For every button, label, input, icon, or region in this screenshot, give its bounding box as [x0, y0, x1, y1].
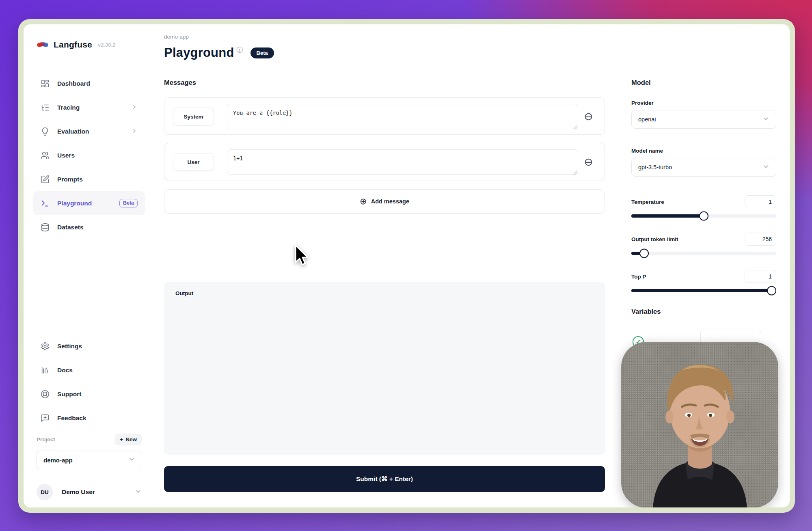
output-panel: Output — [164, 282, 605, 455]
chevron-down-icon — [762, 163, 769, 172]
temperature-label: Temperature — [631, 199, 664, 205]
message-row-system: System You are a {{role}} ⊖ — [164, 97, 605, 135]
info-icon[interactable]: ⓘ — [237, 46, 243, 54]
project-select-value: demo-app — [43, 457, 73, 464]
langfuse-logo-icon — [37, 40, 49, 50]
presenter-portrait — [621, 342, 778, 507]
webcam-overlay — [621, 342, 778, 507]
message-content-input[interactable]: You are a {{role}} — [227, 104, 578, 129]
messages-heading: Messages — [164, 79, 196, 86]
sidebar-item-label: Settings — [57, 343, 82, 350]
users-icon — [41, 151, 50, 160]
langfuse-app: Langfuse v2.30.2 Dashboard Tracing — [24, 24, 790, 507]
model-name-value: gpt-3.5-turbo — [638, 164, 672, 171]
sidebar-item-dashboard[interactable]: Dashboard — [33, 71, 145, 95]
provider-select[interactable]: openai — [631, 110, 776, 129]
sidebar-item-datasets[interactable]: Datasets — [33, 215, 145, 239]
sidebar-item-label: Dashboard — [57, 80, 90, 87]
pen-square-icon — [41, 175, 50, 184]
temperature-value-input[interactable]: 1 — [745, 195, 776, 208]
user-menu[interactable]: DU Demo User — [37, 484, 142, 500]
logo[interactable]: Langfuse v2.30.2 — [37, 40, 115, 50]
slider-handle[interactable] — [699, 212, 708, 221]
list-tree-icon — [41, 103, 50, 112]
version-label: v2.30.2 — [98, 42, 115, 48]
project-label: Project — [37, 436, 55, 442]
sidebar-item-prompts[interactable]: Prompts — [33, 167, 145, 191]
temperature-param: Temperature 1 — [631, 195, 776, 218]
beta-badge: Beta — [119, 199, 138, 207]
message-row-user: User 1+1 ⊖ — [164, 143, 605, 180]
secondary-nav: Settings Docs Support Feedback — [24, 334, 155, 430]
output-label: Output — [175, 290, 193, 296]
sidebar-item-label: Prompts — [57, 176, 83, 183]
sidebar-item-feedback[interactable]: Feedback — [33, 406, 145, 430]
top-p-param: Top P 1 — [631, 270, 776, 292]
role-selector[interactable]: System — [173, 108, 214, 125]
slider-handle[interactable] — [639, 249, 649, 258]
top-p-label: Top P — [631, 274, 646, 280]
database-icon — [41, 223, 50, 232]
lifebuoy-icon — [41, 390, 50, 399]
top-p-slider[interactable] — [631, 289, 776, 292]
sidebar-item-tracing[interactable]: Tracing — [33, 95, 145, 119]
sidebar-item-label: Support — [57, 391, 81, 398]
lightbulb-icon — [41, 127, 50, 136]
breadcrumb[interactable]: demo-app — [164, 34, 189, 40]
add-message-button[interactable]: ⊕ Add message — [164, 189, 605, 214]
slider-handle[interactable] — [767, 286, 776, 296]
resize-handle[interactable] — [573, 169, 603, 179]
message-plus-icon — [41, 414, 50, 423]
chevron-down-icon — [135, 488, 142, 496]
model-name-select[interactable]: gpt-3.5-turbo — [631, 158, 776, 177]
sidebar-item-label: Datasets — [57, 224, 84, 231]
app-window: Langfuse v2.30.2 Dashboard Tracing — [18, 19, 795, 513]
project-select[interactable]: demo-app — [37, 451, 142, 469]
new-project-button[interactable]: + New — [115, 434, 142, 445]
brand-name: Langfuse — [54, 40, 92, 50]
plus-icon: + — [120, 436, 123, 442]
avatar: DU — [37, 484, 53, 500]
message-content-input[interactable]: 1+1 — [227, 149, 578, 175]
provider-label: Provider — [631, 100, 654, 106]
resize-handle[interactable] — [573, 124, 603, 133]
sidebar-item-support[interactable]: Support — [33, 382, 145, 406]
output-token-limit-value-input[interactable]: 256 — [745, 233, 776, 246]
sidebar: Langfuse v2.30.2 Dashboard Tracing — [24, 24, 155, 507]
sidebar-item-users[interactable]: Users — [33, 143, 145, 167]
add-circle-icon: ⊕ — [360, 196, 367, 206]
role-selector[interactable]: User — [173, 153, 214, 171]
sidebar-item-playground[interactable]: Playground Beta — [33, 191, 145, 215]
sidebar-item-label: Tracing — [57, 104, 80, 111]
chevron-right-icon — [131, 127, 138, 136]
remove-message-button[interactable]: ⊖ — [583, 111, 594, 122]
chevron-down-icon — [128, 456, 135, 464]
output-token-limit-param: Output token limit 256 — [631, 233, 776, 255]
sidebar-item-settings[interactable]: Settings — [33, 334, 145, 358]
sidebar-item-label: Docs — [57, 367, 73, 374]
terminal-icon — [41, 199, 50, 208]
dashboard-icon — [41, 79, 50, 88]
model-heading: Model — [631, 79, 651, 86]
library-icon — [41, 366, 50, 375]
sidebar-item-docs[interactable]: Docs — [33, 358, 145, 382]
gear-icon — [41, 342, 50, 351]
sidebar-item-label: Users — [57, 152, 75, 159]
chevron-right-icon — [131, 104, 138, 112]
sidebar-item-label: Evaluation — [57, 128, 89, 135]
sidebar-item-evaluation[interactable]: Evaluation — [33, 119, 145, 143]
temperature-slider[interactable] — [631, 214, 776, 218]
variables-heading: Variables — [631, 308, 661, 315]
remove-message-button[interactable]: ⊖ — [583, 157, 594, 168]
model-name-label: Model name — [631, 148, 663, 154]
user-name: Demo User — [62, 488, 95, 496]
sidebar-item-label: Playground — [57, 200, 92, 207]
chevron-down-icon — [762, 115, 769, 124]
output-token-limit-slider[interactable] — [631, 252, 776, 255]
top-p-value-input[interactable]: 1 — [745, 270, 776, 283]
provider-value: openai — [638, 116, 656, 123]
beta-badge: Beta — [251, 47, 274, 58]
mouse-cursor — [292, 244, 311, 270]
submit-button[interactable]: Submit (⌘ + Enter) — [164, 466, 605, 492]
sidebar-item-label: Feedback — [57, 414, 86, 422]
